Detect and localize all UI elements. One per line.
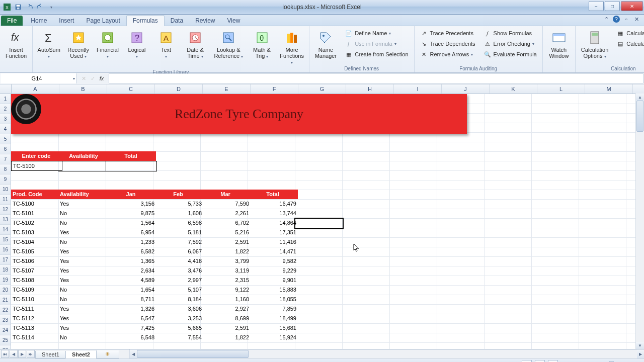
financial-button[interactable]: Financial▾ <box>94 27 122 62</box>
cell[interactable]: 1,822 <box>200 247 251 256</box>
scroll-down-button[interactable]: ▼ <box>636 342 644 349</box>
cell[interactable]: 2,997 <box>153 276 203 285</box>
cell[interactable]: TC-5107 <box>11 266 61 276</box>
cell[interactable]: Total <box>106 151 156 161</box>
cell[interactable]: 6,954 <box>106 228 156 237</box>
define-name-button[interactable]: 📄Define Name ▾ <box>342 28 411 38</box>
cell[interactable]: TC-5111 <box>11 304 61 314</box>
cell[interactable]: 6,598 <box>153 218 203 228</box>
insert-function-button[interactable]: fxInsert Function <box>2 27 30 61</box>
cell[interactable]: No <box>58 285 109 295</box>
cell[interactable]: 2,261 <box>200 209 251 218</box>
column-header-J[interactable]: J <box>442 84 490 94</box>
row-header-4[interactable]: 4 <box>0 124 11 134</box>
row-header-19[interactable]: 19 <box>0 275 11 285</box>
cell[interactable]: Availability <box>58 151 109 161</box>
worksheet-grid[interactable]: ABCDEFGHIJKLM 12345678910111213141516171… <box>0 84 644 349</box>
row-header-15[interactable]: 15 <box>0 235 11 245</box>
cell[interactable]: TC-5106 <box>11 256 61 266</box>
column-header-M[interactable]: M <box>585 84 633 94</box>
scroll-right-button[interactable]: ▶ <box>637 349 644 358</box>
row-header-12[interactable]: 12 <box>0 205 11 215</box>
cell[interactable]: 2,591 <box>200 237 251 247</box>
cell[interactable]: TC-5112 <box>11 314 61 323</box>
cell[interactable]: 1,326 <box>106 304 156 314</box>
row-header-21[interactable]: 21 <box>0 295 11 305</box>
cell[interactable]: TC-5114 <box>11 333 61 342</box>
cell[interactable]: Feb <box>153 190 203 199</box>
cell[interactable]: Jan <box>106 190 156 199</box>
cell[interactable]: 7,554 <box>153 333 203 342</box>
cell[interactable]: 9,875 <box>106 209 156 218</box>
cell[interactable]: Total <box>248 190 298 199</box>
scroll-left-button[interactable]: ◀ <box>130 349 137 358</box>
row-header-25[interactable]: 25 <box>0 335 11 345</box>
calculate-sheet-button[interactable]: ▤Calculate Sheet <box>614 39 644 49</box>
watch-window-button[interactable]: Watch Window <box>545 27 573 61</box>
cell[interactable]: 2,634 <box>106 266 156 276</box>
cell[interactable]: 7,859 <box>248 304 298 314</box>
cell[interactable]: 8,699 <box>200 314 251 323</box>
row-header-17[interactable]: 17 <box>0 255 11 265</box>
lookup-reference-button[interactable]: Lookup & Reference ▾ <box>210 27 247 62</box>
horizontal-scrollbar[interactable]: ◀ ▶ <box>129 349 644 358</box>
cell[interactable]: 9,229 <box>248 266 298 276</box>
cell[interactable]: TC-5102 <box>11 218 61 228</box>
evaluate-formula-button[interactable]: 🔍Evaluate Formula <box>481 49 539 59</box>
help-button[interactable]: ? <box>613 16 620 23</box>
row-header-13[interactable]: 13 <box>0 215 11 225</box>
more-functions-button[interactable]: More Functions ▾ <box>277 27 307 68</box>
use-in-formula-button[interactable]: ƒUse in Formula ▾ <box>342 39 411 49</box>
cell[interactable]: 1,608 <box>153 209 203 218</box>
cell[interactable]: 3,119 <box>200 266 251 276</box>
cell[interactable]: 6,548 <box>106 333 156 342</box>
error-checking-button[interactable]: ⚠Error Checking ▾ <box>481 39 539 49</box>
cell[interactable]: 9,901 <box>248 276 298 285</box>
cell[interactable]: Yes <box>58 314 109 323</box>
cell[interactable]: 1,564 <box>106 218 156 228</box>
cell[interactable]: Enter code <box>11 151 61 161</box>
tab-page-layout[interactable]: Page Layout <box>80 16 126 26</box>
cell[interactable]: TC-5105 <box>11 247 61 256</box>
minimize-button[interactable]: − <box>589 1 604 11</box>
calculation-options-button[interactable]: Calculation Options ▾ <box>578 27 612 62</box>
cell[interactable]: 1,654 <box>106 285 156 295</box>
row-header-24[interactable]: 24 <box>0 325 11 335</box>
cell[interactable]: TC-5101 <box>11 209 61 218</box>
cell[interactable]: 2,315 <box>200 276 251 285</box>
cell[interactable]: TC-5110 <box>11 295 61 304</box>
tab-home[interactable]: Home <box>25 16 53 26</box>
cell[interactable]: 2,927 <box>200 304 251 314</box>
name-box-dropdown[interactable]: ▾ <box>73 76 75 81</box>
row-header-18[interactable]: 18 <box>0 265 11 275</box>
cell[interactable]: TC-5103 <box>11 228 61 237</box>
trace-precedents-button[interactable]: ↗Trace Precedents <box>418 28 478 38</box>
cell[interactable]: 5,216 <box>200 228 251 237</box>
math-trig-button[interactable]: θMath & Trig ▾ <box>248 27 276 62</box>
page-break-view-button[interactable] <box>548 360 558 362</box>
sheet-next-button[interactable]: ▶ <box>18 350 26 358</box>
column-header-G[interactable]: G <box>298 84 346 94</box>
cell[interactable]: Prod. Code <box>11 190 61 199</box>
sheet-tab-sheet1[interactable]: Sheet1 <box>35 351 66 358</box>
fx-button[interactable]: fx <box>98 75 105 81</box>
cell[interactable]: Mar <box>200 190 251 199</box>
cell[interactable]: 5,107 <box>153 285 203 295</box>
name-box-input[interactable] <box>21 75 53 82</box>
cell[interactable]: 15,681 <box>248 323 298 333</box>
row-header-6[interactable]: 6 <box>0 144 11 154</box>
cell[interactable]: 8,184 <box>153 295 203 304</box>
cell[interactable]: 8,711 <box>106 295 156 304</box>
cell[interactable]: No <box>58 295 109 304</box>
cell[interactable]: 6,702 <box>200 218 251 228</box>
cell[interactable]: Yes <box>58 247 109 256</box>
vscroll-thumb[interactable] <box>636 101 643 132</box>
cell[interactable]: Yes <box>58 323 109 333</box>
cell[interactable]: 3,253 <box>153 314 203 323</box>
row-header-16[interactable]: 16 <box>0 245 11 255</box>
cell[interactable]: No <box>58 237 109 247</box>
row-header-3[interactable]: 3 <box>0 114 11 124</box>
cell[interactable]: 5,665 <box>153 323 203 333</box>
show-formulas-button[interactable]: 𝑓Show Formulas <box>481 28 539 38</box>
cell[interactable]: TC-5109 <box>11 285 61 295</box>
